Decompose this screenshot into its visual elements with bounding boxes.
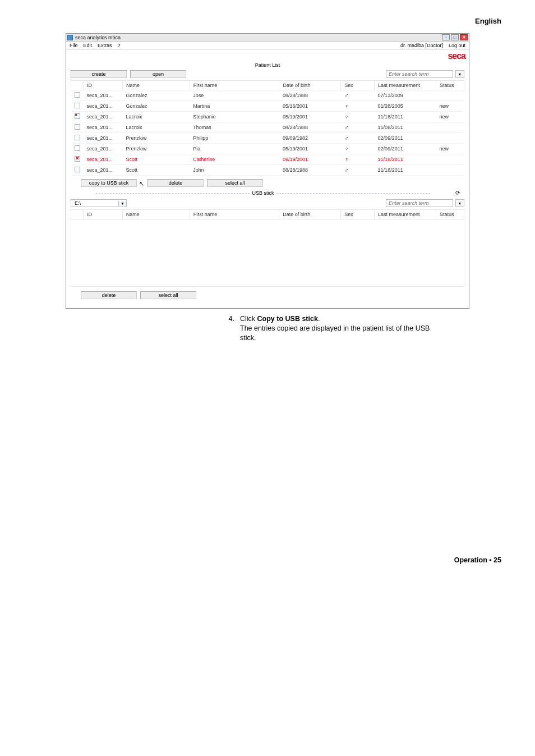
cell-sex: ♀ bbox=[341, 101, 375, 112]
usb-delete-button[interactable]: delete bbox=[81, 291, 137, 299]
menu-help[interactable]: ? bbox=[118, 43, 121, 48]
usb-search-dropdown-icon[interactable]: ▼ bbox=[455, 199, 464, 207]
cell-dob: 08/28/1988 bbox=[279, 90, 341, 101]
row-checkbox[interactable] bbox=[75, 103, 80, 108]
step-prefix: Click bbox=[240, 315, 257, 323]
table-row[interactable]: seca_201...PrenzlowPia05/19/2001♀02/09/2… bbox=[71, 144, 464, 154]
cell-status: new bbox=[436, 101, 464, 112]
col-dob[interactable]: Date of birth bbox=[279, 81, 341, 90]
cell-firstname: Pia bbox=[190, 144, 279, 154]
table-row[interactable]: seca_201...ScottJohn08/28/1988♂11/18/201… bbox=[71, 165, 464, 176]
menu-extras[interactable]: Extras bbox=[98, 43, 112, 48]
window-title: seca analytics mbca bbox=[75, 35, 121, 40]
usb-footer-actions: delete select all bbox=[66, 291, 469, 308]
cell-id: seca_201... bbox=[84, 133, 123, 144]
col-id[interactable]: ID bbox=[84, 81, 123, 90]
col-name[interactable]: Name bbox=[122, 81, 190, 90]
cell-dob: 09/09/1982 bbox=[279, 133, 341, 144]
row-checkbox[interactable] bbox=[75, 145, 80, 151]
cell-dob: 05/19/2001 bbox=[279, 144, 341, 154]
close-button[interactable]: ✕ bbox=[460, 34, 468, 40]
row-checkbox[interactable] bbox=[75, 135, 80, 140]
usb-col-dob[interactable]: Date of birth bbox=[279, 210, 341, 219]
patient-list-actions: create open ▼ bbox=[66, 70, 469, 80]
cell-name: Prenzlow bbox=[122, 133, 190, 144]
cell-last-measurement: 02/09/2011 bbox=[375, 144, 436, 154]
cell-firstname: Catherine bbox=[190, 154, 279, 165]
cell-name: Prenzlow bbox=[122, 144, 190, 154]
open-button[interactable]: open bbox=[130, 70, 186, 78]
cell-last-measurement: 02/09/2011 bbox=[375, 133, 436, 144]
cell-status bbox=[436, 154, 464, 165]
table-row[interactable]: seca_201...LacroixThomas08/28/1988♂11/08… bbox=[71, 122, 464, 133]
cell-last-measurement: 11/18/2011 bbox=[375, 154, 436, 165]
patient-list-title: Patient List bbox=[66, 62, 469, 68]
usb-drive-select[interactable]: E:\ ▼ bbox=[71, 199, 127, 207]
usb-col-sex[interactable]: Sex bbox=[341, 210, 375, 219]
col-sex[interactable]: Sex bbox=[341, 81, 375, 90]
usb-col-id[interactable]: ID bbox=[83, 210, 122, 219]
cell-dob: 05/19/2001 bbox=[279, 112, 341, 122]
usb-search-input[interactable] bbox=[386, 199, 453, 207]
cell-sex: ♀ bbox=[341, 144, 375, 154]
menubar: File Edit Extras ? dr. madiba [Doctor] L… bbox=[66, 42, 469, 50]
col-last-measurement[interactable]: Last measurement bbox=[375, 81, 436, 90]
logout-link[interactable]: Log out bbox=[449, 43, 465, 48]
usb-table: ID Name First name Date of birth Sex Las… bbox=[71, 209, 464, 219]
language-label: English bbox=[34, 17, 501, 25]
patient-search-input[interactable] bbox=[386, 70, 453, 78]
row-checkbox[interactable] bbox=[75, 167, 80, 172]
row-checkbox[interactable] bbox=[75, 92, 80, 98]
minimize-button[interactable]: – bbox=[442, 34, 450, 40]
step-bold: Copy to USB stick bbox=[257, 315, 318, 323]
patient-delete-button[interactable]: delete bbox=[147, 179, 204, 187]
cell-name: Lacroix bbox=[122, 112, 190, 122]
cell-name: Gonzalez bbox=[122, 90, 190, 101]
cell-name: Scott bbox=[122, 165, 190, 176]
table-row[interactable]: seca_201...LacroixStephanie05/19/2001♀11… bbox=[71, 112, 464, 122]
cell-dob: 08/28/1988 bbox=[279, 165, 341, 176]
patient-select-all-button[interactable]: select all bbox=[207, 179, 263, 187]
step-period: . bbox=[318, 315, 320, 323]
col-status[interactable]: Status bbox=[436, 81, 464, 90]
app-icon bbox=[67, 35, 73, 40]
cell-status bbox=[436, 133, 464, 144]
page-footer: Operation • 25 bbox=[34, 556, 501, 564]
row-checkbox[interactable] bbox=[75, 156, 80, 162]
row-checkbox[interactable] bbox=[75, 124, 80, 130]
patient-table: ID Name First name Date of birth Sex Las… bbox=[71, 80, 464, 176]
cell-dob: 05/16/2001 bbox=[279, 101, 341, 112]
cell-status bbox=[436, 90, 464, 101]
table-row[interactable]: seca_201...ScottCatherine09/19/2001♀11/1… bbox=[71, 154, 464, 165]
usb-select-all-button[interactable]: select all bbox=[140, 291, 196, 299]
usb-col-firstname[interactable]: First name bbox=[190, 210, 279, 219]
cell-name: Scott bbox=[122, 154, 190, 165]
chevron-down-icon: ▼ bbox=[118, 201, 126, 206]
step-number: 4. bbox=[224, 314, 234, 324]
cell-last-measurement: 11/18/2011 bbox=[375, 112, 436, 122]
menu-file[interactable]: File bbox=[70, 43, 78, 48]
cell-id: seca_201... bbox=[84, 144, 123, 154]
app-window: seca analytics mbca – □ ✕ File Edit Extr… bbox=[66, 33, 469, 309]
sync-icon[interactable]: ⟳ bbox=[455, 190, 460, 196]
menu-edit[interactable]: Edit bbox=[84, 43, 93, 48]
cell-name: Lacroix bbox=[122, 122, 190, 133]
cell-id: seca_201... bbox=[84, 165, 123, 176]
usb-col-last-measurement[interactable]: Last measurement bbox=[375, 210, 436, 219]
maximize-button[interactable]: □ bbox=[451, 34, 459, 40]
cell-id: seca_201... bbox=[84, 112, 123, 122]
table-row[interactable]: seca_201...PrenzlowPhilipp09/09/1982♂02/… bbox=[71, 133, 464, 144]
row-checkbox[interactable] bbox=[75, 113, 80, 119]
table-row[interactable]: seca_201...GonzalezJose08/28/1988♂07/13/… bbox=[71, 90, 464, 101]
col-firstname[interactable]: First name bbox=[190, 81, 279, 90]
cell-sex: ♂ bbox=[341, 122, 375, 133]
cell-sex: ♂ bbox=[341, 90, 375, 101]
search-dropdown-icon[interactable]: ▼ bbox=[455, 70, 464, 78]
usb-col-name[interactable]: Name bbox=[122, 210, 190, 219]
usb-col-status[interactable]: Status bbox=[436, 210, 464, 219]
cell-sex: ♂ bbox=[341, 133, 375, 144]
create-button[interactable]: create bbox=[71, 70, 127, 78]
cell-dob: 08/28/1988 bbox=[279, 122, 341, 133]
copy-to-usb-button[interactable]: copy to USB stick bbox=[81, 179, 137, 187]
table-row[interactable]: seca_201...GonzalezMartina05/16/2001♀01/… bbox=[71, 101, 464, 112]
